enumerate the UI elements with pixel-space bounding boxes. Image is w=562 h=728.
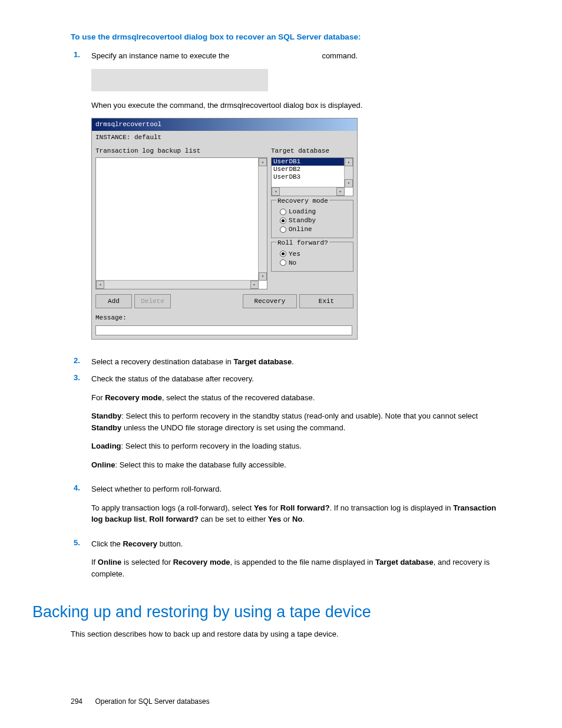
s3p1b: Recovery mode: [105, 393, 162, 402]
scroll-down-icon[interactable]: ▾: [345, 179, 353, 187]
s4p1c: for: [267, 503, 280, 512]
scroll-down-icon[interactable]: ▾: [259, 272, 267, 281]
s4p1a: To apply transaction logs (a roll-forwar…: [91, 503, 254, 512]
s3p2b: : Select this to perform recovery in the…: [121, 411, 478, 420]
s4p1h: Roll forward?: [149, 515, 199, 523]
scroll-left-icon[interactable]: ◂: [96, 281, 104, 289]
s4p1j: Yes: [268, 515, 281, 523]
step-number: 1.: [71, 50, 91, 350]
step3-text: Check the status of the database after r…: [91, 373, 497, 385]
section-heading: Backing up and restoring by using a tape…: [32, 603, 497, 621]
recovery-button[interactable]: Recovery: [243, 294, 297, 309]
s4p1m: .: [302, 515, 305, 523]
list-item-userdb3[interactable]: UserDB3: [272, 173, 353, 181]
s5c: button.: [157, 539, 183, 548]
drmsqlrecovertool-dialog: drmsqlrecovertool INSTANCE: default Tran…: [91, 118, 358, 340]
scroll-right-icon[interactable]: ▸: [250, 281, 259, 289]
s3p1c: , select the status of the recovered dat…: [162, 393, 315, 402]
step-number: 4.: [71, 483, 91, 532]
step2-period: .: [292, 357, 294, 366]
s5p1b: Online: [98, 558, 121, 566]
scroll-right-icon[interactable]: ▸: [336, 187, 345, 196]
step4-text: Select whether to perform roll-forward.: [91, 483, 497, 495]
radio-yes[interactable]: Yes: [276, 250, 348, 259]
recovery-mode-legend: Recovery mode: [276, 196, 329, 206]
radio-loading[interactable]: Loading: [276, 207, 348, 216]
s3p3b: : Select this to perform recovery in the…: [121, 442, 302, 450]
target-db-label: Target database: [271, 146, 353, 156]
radio-no[interactable]: No: [276, 259, 348, 268]
radio-standby[interactable]: Standby: [276, 216, 348, 225]
recovery-mode-group: Recovery mode Loading Standby Online: [271, 200, 353, 239]
s4p1b: Yes: [254, 503, 267, 512]
procedure-heading: To use the drmsqlrecovertool dialog box …: [71, 32, 497, 41]
dialog-title: drmsqlrecovertool: [92, 118, 357, 131]
s4p1e: . If no transaction log is displayed in: [330, 503, 454, 512]
step-number: 5.: [71, 538, 91, 587]
target-db-list[interactable]: UserDB1 UserDB2 UserDB3 ▴ ▾ ◂ ▸: [271, 157, 353, 196]
s4p1k: or: [281, 515, 292, 523]
roll-forward-group: Roll forward? Yes No: [271, 242, 353, 272]
message-output: [95, 325, 352, 335]
command-placeholder: [91, 69, 268, 91]
tx-backup-list[interactable]: ▴ ▾ ◂ ▸: [95, 157, 267, 289]
step1-text-b: command.: [322, 51, 358, 60]
s5p1c: is selected for: [121, 558, 173, 566]
radio-no-label: No: [289, 259, 296, 266]
s4p1l: No: [292, 515, 302, 523]
radio-yes-label: Yes: [289, 251, 300, 258]
s5p1d: Recovery mode: [173, 558, 230, 566]
exit-button[interactable]: Exit: [299, 294, 353, 309]
add-button[interactable]: Add: [95, 294, 132, 309]
s3p4a: Online: [91, 460, 115, 469]
page-footer: 294 Operation for SQL Server databases: [71, 697, 210, 706]
list-item-userdb2[interactable]: UserDB2: [272, 166, 353, 173]
s5p1f: Target database: [375, 558, 434, 566]
s5b: Recovery: [123, 539, 157, 548]
list-item-userdb1[interactable]: UserDB1: [272, 158, 344, 166]
s5a: Click the: [91, 539, 123, 548]
s3p2c: Standby: [91, 423, 121, 432]
delete-button[interactable]: Delete: [134, 294, 171, 309]
roll-forward-legend: Roll forward?: [276, 238, 329, 248]
step-number: 2.: [71, 356, 91, 368]
step1-text-a: Specify an instance name to execute the: [91, 51, 232, 60]
s4p1d: Roll forward?: [280, 503, 330, 512]
radio-online[interactable]: Online: [276, 225, 348, 234]
s3p1a: For: [91, 393, 105, 402]
s4p1i: can be set to either: [199, 515, 268, 523]
step1-text-c: When you execute the command, the drmsql…: [91, 100, 497, 111]
scroll-left-icon[interactable]: ◂: [272, 187, 280, 196]
radio-standby-label: Standby: [289, 217, 316, 224]
s5p1a: If: [91, 558, 98, 566]
s3p2a: Standby: [91, 411, 121, 420]
instance-label: INSTANCE: default: [92, 131, 357, 144]
step-number: 3.: [71, 373, 91, 477]
step2-text: Select a recovery destination database i…: [91, 357, 233, 366]
tx-backup-label: Transaction log backup list: [95, 146, 267, 156]
footer-text: Operation for SQL Server databases: [95, 697, 209, 706]
s3p4b: : Select this to make the database fully…: [115, 460, 286, 469]
step2-bold: Target database: [233, 357, 292, 366]
radio-loading-label: Loading: [289, 208, 316, 215]
message-label: Message:: [92, 312, 357, 324]
scroll-up-icon[interactable]: ▴: [259, 158, 267, 166]
s3p3a: Loading: [91, 442, 121, 450]
s3p2d: unless the UNDO file storage directory i…: [121, 423, 345, 432]
s5p1e: , is appended to the file name displayed…: [230, 558, 375, 566]
section2-para: This section describes how to back up an…: [71, 628, 497, 640]
page-number: 294: [71, 697, 82, 706]
scroll-up-icon[interactable]: ▴: [345, 158, 353, 166]
radio-online-label: Online: [289, 226, 312, 233]
